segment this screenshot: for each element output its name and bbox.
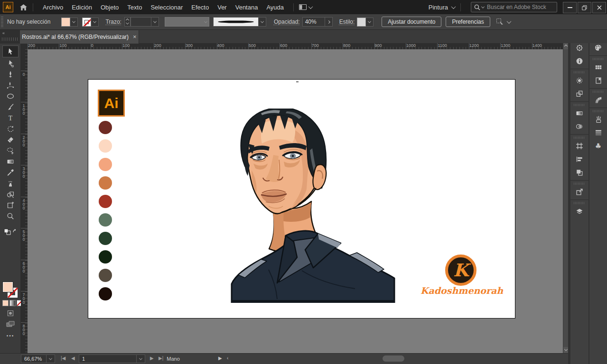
- libraries-icon[interactable]: [589, 74, 607, 87]
- lasso-tool[interactable]: [3, 145, 18, 156]
- menu-texto[interactable]: Texto: [123, 4, 146, 11]
- appearance-icon[interactable]: [570, 74, 588, 87]
- menu-ver[interactable]: Ver: [213, 4, 231, 11]
- color-mode-swatch[interactable]: [2, 300, 9, 306]
- symbols-icon[interactable]: ♣: [589, 139, 607, 153]
- fit-document-button[interactable]: Ajustar documento: [382, 17, 441, 27]
- horizontal-scrollbar-thumb[interactable]: [383, 355, 404, 362]
- transform-icon[interactable]: [570, 87, 588, 100]
- layers-icon[interactable]: [570, 205, 588, 218]
- stroke-panel-icon[interactable]: [589, 126, 607, 139]
- menu-objeto[interactable]: Objeto: [96, 4, 123, 11]
- brushes-icon[interactable]: [589, 113, 607, 126]
- screen-mode-icon[interactable]: [0, 320, 21, 328]
- selection-tool[interactable]: [3, 46, 18, 57]
- graphic-style-swatch[interactable]: [357, 18, 366, 27]
- minimize-button[interactable]: [563, 2, 577, 13]
- graphic-style-dropdown[interactable]: [366, 18, 374, 27]
- menu-ayuda[interactable]: Ayuda: [262, 4, 288, 11]
- status-play-icon[interactable]: ▶: [218, 355, 222, 361]
- zoom-tool[interactable]: [3, 210, 18, 221]
- stroke-color-swatch[interactable]: [82, 18, 91, 27]
- home-icon[interactable]: [19, 4, 28, 11]
- paintbrush-tool[interactable]: [3, 101, 18, 112]
- pathfinder-icon[interactable]: [570, 166, 588, 179]
- pen-tool[interactable]: [3, 69, 18, 80]
- workspace-switcher[interactable]: Pintura: [429, 4, 455, 11]
- fill-swatch-large[interactable]: [3, 282, 13, 292]
- eyedropper-tool[interactable]: [3, 167, 18, 178]
- menu-edición[interactable]: Edición: [67, 4, 96, 11]
- document-info-icon[interactable]: [570, 55, 588, 68]
- color-panel-icon[interactable]: [589, 41, 607, 55]
- asset-export-icon[interactable]: [570, 185, 588, 199]
- first-artboard-icon[interactable]: |◀: [61, 355, 65, 361]
- stroke-weight-stepper[interactable]: [124, 17, 131, 27]
- document-tab[interactable]: Rostros.ai* al 66,67% (RGB/Previsualizar…: [20, 30, 139, 44]
- shape-builder-tool[interactable]: [3, 189, 18, 200]
- horizontal-ruler[interactable]: 2001000100200300400500600700800900100011…: [28, 43, 563, 49]
- ellipse-tool[interactable]: [3, 91, 18, 101]
- arrange-documents-icon[interactable]: [299, 4, 312, 10]
- opacity-arrow[interactable]: [325, 17, 333, 27]
- fill-color-swatch[interactable]: [61, 18, 70, 27]
- previous-artboard-icon[interactable]: ◀: [71, 355, 75, 361]
- artboards-panel-icon[interactable]: [570, 139, 588, 153]
- curvature-tool[interactable]: [3, 80, 18, 91]
- drawing-mode-icon[interactable]: [0, 309, 21, 317]
- menu-archivo[interactable]: Archivo: [38, 4, 67, 11]
- align-icon[interactable]: [570, 153, 588, 166]
- menu-ventana[interactable]: Ventana: [231, 4, 262, 11]
- color-guide-icon[interactable]: [570, 41, 588, 55]
- artboard[interactable]: Ai: [88, 79, 515, 318]
- edit-toolbar-ellipsis[interactable]: •••: [0, 333, 21, 338]
- default-fill-stroke-icon[interactable]: [0, 228, 21, 236]
- ruler-label: 400: [216, 43, 224, 48]
- width-profile-chevron[interactable]: [259, 17, 266, 27]
- direct-selection-tool[interactable]: [3, 58, 18, 69]
- stroke-weight-dropdown[interactable]: [151, 17, 159, 27]
- restore-button[interactable]: [578, 2, 591, 13]
- zoom-level-field[interactable]: 66,67%: [21, 355, 47, 363]
- panel-grip[interactable]: [1, 17, 3, 27]
- status-tool-display[interactable]: Mano: [133, 356, 214, 362]
- ruler-label: 600: [279, 43, 287, 48]
- menu-seleccionar[interactable]: Seleccionar: [146, 4, 187, 11]
- stroke-weight-label[interactable]: Trazo:: [105, 18, 121, 25]
- width-profile-dropdown[interactable]: [213, 17, 259, 27]
- color-themes-icon[interactable]: [589, 93, 607, 107]
- style-label[interactable]: Estilo:: [339, 18, 355, 25]
- illustrator-logo[interactable]: Ai: [3, 2, 13, 12]
- gradient-mode-swatch[interactable]: [9, 300, 16, 306]
- step-down-icon[interactable]: [126, 21, 129, 25]
- status-collapse-icon[interactable]: ‹: [227, 355, 228, 361]
- preferences-button[interactable]: Preferencias: [446, 17, 490, 27]
- tab-grip[interactable]: [2, 37, 18, 41]
- gradient-tool[interactable]: [3, 156, 18, 167]
- stroke-weight-input[interactable]: [131, 17, 151, 27]
- rotate-tool[interactable]: [3, 123, 18, 134]
- swatches-icon[interactable]: [589, 61, 607, 74]
- opacity-label[interactable]: Opacidad:: [274, 18, 300, 25]
- stroke-color-dropdown[interactable]: [91, 18, 99, 27]
- isolate-selection-icon[interactable]: [496, 18, 511, 26]
- zoom-level-dropdown[interactable]: [47, 355, 55, 363]
- close-button[interactable]: [592, 2, 606, 13]
- pasteboard[interactable]: Ai: [28, 49, 563, 353]
- symbol-sprayer-tool[interactable]: [3, 178, 18, 189]
- artboard-number-field[interactable]: 1: [79, 355, 137, 363]
- vertical-ruler[interactable]: 0100200300400500600700800: [21, 49, 28, 353]
- type-tool[interactable]: T: [3, 112, 18, 123]
- adobe-stock-search[interactable]: Buscar en Adobe Stock: [471, 2, 557, 12]
- fill-color-dropdown[interactable]: [70, 18, 78, 27]
- ruler-origin-corner[interactable]: [21, 43, 28, 49]
- eraser-tool[interactable]: [3, 134, 18, 145]
- opacity-input[interactable]: 40%: [302, 17, 325, 27]
- gradient-panel-icon[interactable]: [570, 107, 588, 120]
- artboard-tool[interactable]: [3, 200, 18, 210]
- transparency-icon[interactable]: [570, 120, 588, 133]
- vertical-scrollbar[interactable]: [563, 43, 568, 353]
- menu-efecto[interactable]: Efecto: [187, 4, 213, 11]
- expand-panel-icon[interactable]: »: [3, 31, 5, 36]
- close-tab-icon[interactable]: ×: [133, 35, 137, 39]
